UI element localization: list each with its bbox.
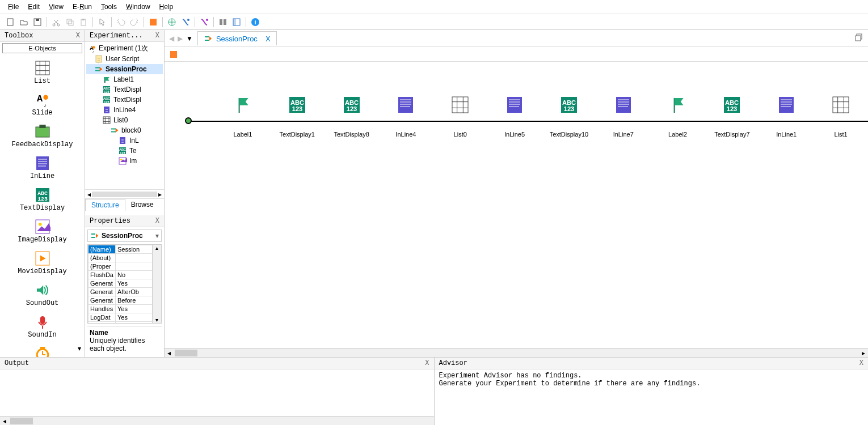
copy-icon[interactable] [64, 16, 75, 28]
tree-node-block0[interactable]: block0 [86, 125, 163, 135]
prop-row[interactable]: GeneratYes [89, 279, 161, 288]
scroll-left-icon[interactable]: ◂ [0, 417, 9, 425]
timeline-item-label1[interactable]: Label1 [216, 96, 270, 138]
open-icon[interactable] [18, 16, 30, 28]
dropdown-icon[interactable]: ▾ [155, 232, 159, 240]
props-vscroll[interactable]: ▴▾ [152, 245, 161, 323]
tree-root[interactable]: A♪Experiment (1次 [86, 43, 163, 54]
undo-icon[interactable] [115, 16, 127, 28]
tree-hscroll[interactable]: ◂ ▸ [85, 189, 164, 198]
generate-icon[interactable] [148, 16, 159, 28]
nav-down-icon[interactable]: ▼ [186, 35, 193, 42]
nav-back-icon[interactable]: ◀ [169, 35, 174, 42]
timeline-item-textdisplay8[interactable]: ABC123TextDisplay8 [325, 96, 379, 138]
procedure-canvas[interactable]: Label1ABC123TextDisplay1ABC123TextDispla… [165, 62, 868, 348]
tree-node-label1[interactable]: Label1 [86, 74, 163, 84]
align-icon[interactable] [217, 16, 229, 28]
toolbox-item-list[interactable]: List [0, 57, 85, 88]
tree-node-inline4[interactable]: InLine4 [86, 105, 163, 115]
toolbox-item-textdisplay[interactable]: ABC123TextDisplay [0, 184, 85, 215]
redo-icon[interactable] [129, 16, 140, 28]
properties-grid[interactable]: (Name)Session(About)(ProperFlushDaNoGene… [87, 244, 162, 324]
canvas-tool-icon[interactable] [168, 49, 179, 60]
hscroll-left-icon[interactable]: ◂ [165, 349, 174, 357]
output-close-icon[interactable]: X [425, 359, 429, 367]
prop-row[interactable]: HandlesYes [89, 305, 161, 313]
timeline-item-textdisplay10[interactable]: ABC123TextDisplay10 [542, 96, 596, 138]
pointer-icon[interactable] [96, 16, 108, 28]
toolbox-item-inline[interactable]: InLine [0, 152, 85, 184]
toolbox-item-soundin[interactable]: SoundIn [0, 311, 85, 342]
timeline-item-inline1[interactable]: InLine1 [759, 96, 814, 138]
prop-row[interactable]: GeneratAfterOb [89, 288, 161, 296]
scroll-thumb[interactable] [10, 418, 33, 424]
prop-row[interactable]: (About) [89, 254, 161, 262]
restore-window-icon[interactable] [854, 33, 863, 44]
timeline-item-textdisplay1[interactable]: ABC123TextDisplay1 [270, 96, 325, 138]
menu-view[interactable]: View [45, 2, 67, 12]
prop-row[interactable]: GeneratBefore [89, 296, 161, 305]
cut-icon[interactable] [50, 16, 62, 28]
menu-erun[interactable]: E-Run [69, 2, 95, 12]
explorer-close-icon[interactable]: X [155, 32, 159, 40]
toolbox-item-imagedisplay[interactable]: ImageDisplay [0, 215, 85, 247]
timeline-item-list1[interactable]: List1 [814, 96, 868, 138]
toolbox-close-icon[interactable]: X [76, 32, 80, 40]
prop-row[interactable]: LogDatYes [89, 313, 161, 322]
toolbox-item-feedbackdisplay[interactable]: FeedbackDisplay [0, 120, 85, 152]
run-icon[interactable] [180, 16, 191, 28]
timeline-item-label2[interactable]: Label2 [651, 96, 705, 138]
toolbox-item-soundout[interactable]: SoundOut [0, 279, 85, 311]
canvas-tab-close-icon[interactable]: X [266, 35, 271, 43]
toolbox-item-slide[interactable]: A♪Slide [0, 88, 85, 120]
hscroll-right-icon[interactable]: ▸ [859, 349, 868, 357]
timeline-item-textdisplay7[interactable]: ABC123TextDisplay7 [705, 96, 759, 138]
properties-close-icon[interactable]: X [155, 217, 159, 225]
properties-selector[interactable]: SessionProc ▾ [87, 230, 162, 242]
tab-structure[interactable]: Structure [85, 199, 125, 211]
menu-file[interactable]: File [5, 2, 22, 12]
toolbox-item-moviedisplay[interactable]: MovieDisplay [0, 247, 85, 279]
tree-node-textdispl[interactable]: ABC123TextDispl [86, 84, 163, 95]
tree-node-te[interactable]: ABC123Te [86, 146, 163, 156]
timeline-item-inline5[interactable]: InLine5 [487, 96, 542, 138]
info-icon[interactable]: i [250, 16, 261, 28]
tree-node-sessionproc[interactable]: SessionProc [86, 64, 163, 74]
paste-icon[interactable] [78, 16, 89, 28]
timeline-item-list0[interactable]: List0 [433, 96, 487, 138]
advisor-body[interactable]: Experiment Advisor has no findings. Gene… [435, 369, 869, 425]
tree-node-user script[interactable]: User Script [86, 54, 163, 64]
menu-window[interactable]: Window [123, 2, 154, 12]
advisor-close-icon[interactable]: X [859, 359, 863, 367]
tab-browse[interactable]: Browse [125, 199, 159, 211]
tree-node-im[interactable]: Im [86, 156, 163, 166]
save-icon[interactable] [32, 16, 43, 28]
canvas-tab-sessionproc[interactable]: SessionProc X [197, 31, 277, 45]
layout-icon[interactable] [231, 16, 242, 28]
prop-row[interactable]: FlushDaNo [89, 271, 161, 279]
grid-icon[interactable] [166, 16, 178, 28]
hscroll-thumb[interactable] [175, 350, 197, 356]
menu-tools[interactable]: Tools [98, 2, 120, 12]
tree-node-inl[interactable]: InL [86, 135, 163, 146]
explorer-tree[interactable]: A♪Experiment (1次User ScriptSessionProcLa… [85, 42, 164, 189]
output-body[interactable] [0, 369, 434, 416]
new-icon[interactable] [5, 16, 16, 28]
menu-help[interactable]: Help [156, 2, 177, 12]
tree-node-list0[interactable]: List0 [86, 115, 163, 125]
scroll-left-icon[interactable]: ◂ [87, 190, 91, 198]
debug-icon[interactable] [199, 16, 210, 28]
prop-row[interactable]: Notes [89, 322, 161, 324]
timeline-item-inline7[interactable]: InLine7 [596, 96, 651, 138]
timeline-item-inline4[interactable]: InLine4 [378, 96, 433, 138]
toolbox-item-wait[interactable]: Wait [0, 342, 85, 357]
prop-row[interactable]: (Name)Session [89, 245, 161, 254]
scroll-right-icon[interactable]: ▸ [158, 190, 162, 198]
menu-edit[interactable]: Edit [24, 2, 43, 12]
nav-forward-icon[interactable]: ▶ [178, 35, 183, 42]
output-hscroll[interactable]: ◂ [0, 416, 434, 425]
tree-node-textdispl[interactable]: ABC123TextDispl [86, 95, 163, 105]
canvas-hscroll[interactable]: ◂ ▸ [165, 348, 868, 357]
prop-row[interactable]: (Proper [89, 262, 161, 271]
chevron-down-icon[interactable]: ▾ [78, 345, 81, 352]
